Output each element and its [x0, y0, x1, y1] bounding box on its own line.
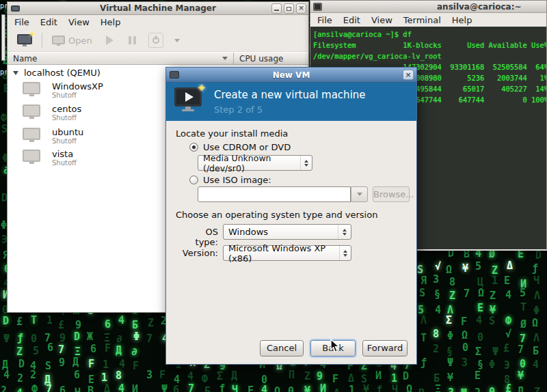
vmm-menubar: File Edit View Help — [8, 15, 308, 29]
media-combo-value: Media Unknown (/dev/sr0) — [203, 153, 300, 173]
tree-expander-icon[interactable] — [13, 71, 18, 75]
version-label: Version: — [180, 248, 218, 258]
media-combo[interactable]: Media Unknown (/dev/sr0) — [198, 155, 312, 171]
version-combo[interactable]: Microsoft Windows XP (x86) — [223, 245, 351, 261]
menu-item-terminal[interactable]: Terminal — [398, 14, 446, 27]
combo-arrows-icon — [300, 156, 312, 170]
os-type-label: OS type: — [180, 227, 218, 247]
minimize-button[interactable] — [271, 3, 282, 14]
vm-icon — [23, 128, 40, 142]
vm-status: Shutoff — [52, 137, 77, 145]
menu-item-edit[interactable]: Edit — [338, 14, 366, 27]
iso-dropdown-button[interactable] — [351, 186, 368, 202]
vm-icon — [23, 150, 40, 164]
vm-icon — [23, 104, 40, 119]
vmm-toolbar: ✦ Open — [8, 29, 308, 52]
menu-item-edit[interactable]: Edit — [35, 16, 63, 29]
step-label: Step 2 of 5 — [214, 104, 263, 115]
shutdown-button[interactable] — [148, 33, 163, 48]
cdrom-radio-row[interactable]: Use CDROM or DVD — [189, 142, 291, 152]
dialog-close-button[interactable]: × — [403, 70, 414, 80]
close-button[interactable]: × — [296, 3, 306, 14]
header-title: Create a new virtual machine — [214, 89, 366, 101]
star-icon: ✦ — [197, 82, 206, 94]
dialog-body: Locate your install media Use CDROM or D… — [166, 121, 416, 364]
vm-icon — [23, 82, 40, 96]
run-button[interactable] — [106, 36, 114, 45]
play-icon — [185, 92, 194, 102]
chevron-down-icon — [357, 193, 362, 196]
menu-item-help[interactable]: Help — [446, 14, 478, 27]
open-vm-icon — [52, 36, 65, 46]
mouse-cursor — [330, 339, 341, 353]
menu-item-file[interactable]: File — [9, 16, 35, 29]
combo-arrows-icon — [338, 225, 351, 239]
menu-item-help[interactable]: Help — [95, 16, 126, 29]
open-button[interactable]: Open — [52, 36, 92, 46]
vm-status: Shutoff — [52, 114, 77, 122]
maximize-button[interactable] — [284, 3, 294, 14]
terminal-titlebar[interactable]: ansilva@carioca:~ — [310, 1, 546, 13]
iso-radio[interactable] — [189, 176, 198, 184]
cdrom-radio-label: Use CDROM or DVD — [203, 142, 291, 152]
vmm-title: Virtual Machine Manager — [8, 3, 308, 13]
vm-status: Shutoff — [52, 92, 77, 99]
sort-indicator-icon — [222, 57, 228, 60]
shutdown-menu-chevron-icon[interactable] — [174, 39, 180, 42]
column-header-cpu[interactable]: CPU usage — [233, 53, 308, 64]
new-vm-button[interactable]: ✦ — [17, 34, 32, 46]
vm-name: ubuntu — [52, 127, 83, 137]
menu-item-file[interactable]: File — [312, 14, 338, 27]
vm-name: vista — [52, 149, 73, 159]
forward-button[interactable]: Forward — [362, 340, 408, 356]
power-icon — [152, 37, 159, 44]
section-os-type: Choose an operating systen type and vers… — [176, 210, 377, 220]
toolbar-separator — [42, 33, 42, 48]
os-type-value: Windows — [228, 227, 268, 237]
vm-name: centos — [52, 104, 81, 114]
open-button-label: Open — [68, 36, 92, 46]
star-icon: ✦ — [29, 29, 36, 39]
cdrom-radio[interactable] — [189, 143, 198, 152]
vm-status: Shutoff — [52, 159, 77, 167]
browse-button[interactable]: Browse... — [373, 186, 410, 202]
section-install-media: Locate your install media — [176, 128, 288, 139]
column-cpu-label: CPU usage — [239, 54, 283, 64]
new-vm-icon: ✦ — [17, 34, 32, 46]
dialog-header: ✦ Create a new virtual machine Step 2 of… — [166, 83, 416, 121]
os-type-combo[interactable]: Windows — [223, 224, 351, 240]
combo-arrows-icon — [339, 246, 351, 260]
background-window-border — [1, 14, 5, 61]
list-column-headers: Name CPU usage — [8, 52, 308, 65]
column-header-name[interactable]: Name — [8, 53, 233, 64]
newvm-dialog: New VM × ✦ Create a new virtual machine … — [165, 67, 417, 365]
cancel-button[interactable]: Cancel — [260, 340, 304, 356]
pause-button[interactable] — [129, 36, 136, 44]
iso-path-entry[interactable] — [198, 186, 351, 202]
iso-radio-row[interactable]: Use ISO image: — [189, 175, 271, 185]
tree-row-localhost[interactable]: localhost (QEMU) — [13, 68, 101, 78]
terminal-icon — [313, 3, 322, 11]
menu-item-view[interactable]: View — [63, 16, 95, 29]
version-value: Microsoft Windows XP (x86) — [228, 243, 339, 264]
iso-radio-label: Use ISO image: — [203, 175, 271, 185]
tree-root-label: localhost (QEMU) — [24, 68, 101, 78]
terminal-menubar: File Edit View Terminal Help — [310, 13, 546, 27]
play-icon — [106, 36, 114, 45]
menu-item-view[interactable]: View — [366, 14, 398, 27]
vm-name: WindowsXP — [52, 81, 103, 92]
new-vm-header-icon: ✦ — [174, 87, 202, 111]
dialog-titlebar[interactable]: New VM × — [166, 68, 416, 83]
terminal-title: ansilva@carioca:~ — [437, 2, 546, 12]
vmm-titlebar[interactable]: Virtual Machine Manager × — [8, 2, 308, 15]
dialog-title: New VM — [166, 70, 416, 80]
pause-icon — [129, 36, 136, 44]
column-name-label: Name — [13, 54, 37, 64]
